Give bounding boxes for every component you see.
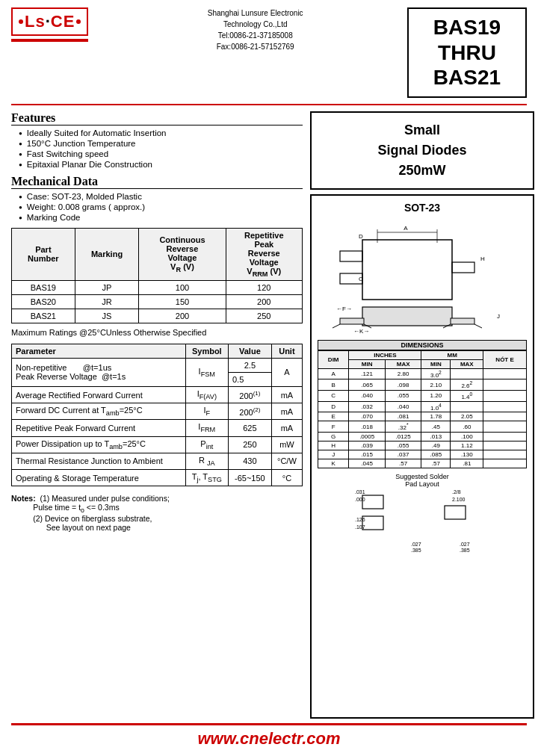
val-430: 430 xyxy=(228,453,271,469)
logo-dot-left xyxy=(19,19,23,24)
feature-item-4: Epitaxial Planar Die Construction xyxy=(19,160,303,169)
sym-ifrm: IFRM xyxy=(185,420,228,436)
solder-pad-title: Suggested SolderPad Layout xyxy=(318,473,527,488)
company-line2: Technology Co.,Ltd xyxy=(208,19,303,30)
svg-text:←K→: ←K→ xyxy=(353,328,369,335)
val-625: 625 xyxy=(228,420,271,436)
table-row: D.032.0401.04 xyxy=(318,401,527,412)
dimensions-section: DIMENSIONS DIM INCHES MM NÓT E MIN xyxy=(318,340,527,468)
table-row: Operating & Storage Temperature Tj, TSTG… xyxy=(12,469,303,486)
unit-ocw: °C/W xyxy=(271,453,302,469)
param-avg-rectified: Average Rectified Forward Current xyxy=(12,386,186,403)
svg-rect-3 xyxy=(452,262,474,273)
col-marking: Marking xyxy=(75,228,139,280)
svg-text:H: H xyxy=(480,255,485,262)
col-vrrm: RepetitivePeakReverseVoltageVRRM (V) xyxy=(226,228,302,280)
svg-text:.385: .385 xyxy=(460,548,470,553)
sym-tj-tstg: Tj, TSTG xyxy=(185,469,228,486)
sym-ifsm: IFSM xyxy=(185,358,228,386)
val-250: 250 xyxy=(228,436,271,453)
mechanical-title: Mechanical Data xyxy=(11,175,303,189)
table-row: K.045.57.57.81 xyxy=(318,459,527,468)
feature-item-1: Ideally Suited for Automatic Insertion xyxy=(19,128,303,137)
notes-section: Notes: (1) Measured under pulse conditio… xyxy=(11,494,303,532)
marking-table-section: PartNumber Marking ContinuousReverseVolt… xyxy=(11,228,303,323)
table-row: Power Dissipation up to Tamb=25°C Pint 2… xyxy=(12,436,303,453)
sym-if: IF xyxy=(185,403,228,420)
unit-mw: mW xyxy=(271,436,302,453)
col-part-number: PartNumber xyxy=(12,228,75,280)
unit-ma-1: mA xyxy=(271,386,302,403)
table-row: BAS19 JP 100 120 xyxy=(12,280,303,294)
dimensions-header: DIMENSIONS xyxy=(318,340,527,350)
table-row: Non-repetitive @t=1usPeak Reverse Voltag… xyxy=(12,358,303,372)
sym-pint: Pint xyxy=(185,436,228,453)
col-vrm: ContinuousReverseVoltageVR (V) xyxy=(139,228,226,280)
logo-area: Ls·CE xyxy=(11,7,88,43)
param-thermal: Thermal Resistance Junction to Ambient xyxy=(12,453,186,469)
table-row: Average Rectified Forward Current IF(AV)… xyxy=(12,386,303,403)
svg-rect-24 xyxy=(445,506,466,519)
sym-rja: R JA xyxy=(185,453,228,469)
col-parameter: Parameter xyxy=(12,344,186,358)
vr-150: 150 xyxy=(139,294,226,309)
mechanical-item-2: Weight: 0.008 grams ( approx.) xyxy=(19,202,303,211)
param-table: Parameter Symbol Value Unit Non-repetiti… xyxy=(11,344,303,486)
svg-text:D: D xyxy=(359,233,363,240)
part-bas19: BAS19 xyxy=(12,280,75,294)
col-mm: MM xyxy=(421,350,483,359)
svg-text:C: C xyxy=(359,276,363,282)
company-line3: Tel:0086-21-37185008 xyxy=(208,30,303,41)
notes-title: Notes: xyxy=(11,494,36,503)
page: Ls·CE Shanghai Lunsure Electronic Techno… xyxy=(0,0,538,756)
svg-rect-13 xyxy=(362,307,452,326)
table-row: C.040.0551.201.40 xyxy=(318,391,527,402)
col-dim: DIM xyxy=(318,350,349,368)
table-row: BAS21 JS 200 250 xyxy=(12,309,303,323)
marking-table: PartNumber Marking ContinuousReverseVolt… xyxy=(11,228,303,323)
col-value: Value xyxy=(228,344,271,358)
val-2_5: 2.5 xyxy=(228,358,271,372)
max-ratings-label: Maximum Ratings @25°CUnless Otherwise Sp… xyxy=(11,328,303,337)
svg-rect-0 xyxy=(362,240,452,300)
svg-rect-22 xyxy=(362,495,383,509)
table-row: Thermal Resistance Junction to Ambient R… xyxy=(12,453,303,469)
table-row: BAS20 JR 150 200 xyxy=(12,294,303,309)
main-content: Features Ideally Suited for Automatic In… xyxy=(11,111,527,719)
description-box: SmallSignal Diodes250mW xyxy=(310,111,534,190)
table-row: E.070.0811.782.05 xyxy=(318,412,527,421)
features-list: Ideally Suited for Automatic Insertion 1… xyxy=(11,128,303,169)
marking-js: JS xyxy=(75,309,139,323)
feature-item-2: 150°C Junction Temperature xyxy=(19,139,303,148)
feature-item-3: Fast Switching speed xyxy=(19,149,303,158)
logo-dot-right xyxy=(76,19,81,24)
svg-rect-23 xyxy=(362,516,383,530)
right-column: SmallSignal Diodes250mW SOT-23 xyxy=(310,111,534,719)
table-row: J.015.037.085.130 xyxy=(318,450,527,459)
table-row: G.0005.0125.013.100 xyxy=(318,433,527,441)
solder-pad-section: Suggested SolderPad Layout .031 .000 .12… xyxy=(318,473,527,555)
dimensions-table: DIM INCHES MM NÓT E MIN MAX MIN MAX xyxy=(318,350,527,468)
dim-header: DIM INCHES MM NÓT E xyxy=(318,350,527,359)
solder-pad-diagram: .031 .000 .126 .107 .2/8 2.100 .027 .385… xyxy=(347,488,497,555)
marking-jr: JR xyxy=(75,294,139,309)
table-row: F.018.32*.45.60 xyxy=(318,421,527,433)
table-row: H.039.055.491.12 xyxy=(318,441,527,450)
diagram-box: SOT-23 A xyxy=(310,194,534,719)
sym-if-av: IF(AV) xyxy=(185,386,228,403)
svg-text:←F→: ←F→ xyxy=(336,306,352,312)
unit-oc: °C xyxy=(271,469,302,486)
marking-table-header-row: PartNumber Marking ContinuousReverseVolt… xyxy=(12,228,303,280)
col-unit: Unit xyxy=(271,344,302,358)
col-inches: INCHES xyxy=(349,350,421,359)
val-temp-range: -65~150 xyxy=(228,469,271,486)
svg-text:.000: .000 xyxy=(355,497,365,502)
footer: www.cnelectr.com xyxy=(11,723,527,749)
part-title-box: BAS19THRUBAS21 xyxy=(407,7,527,98)
marking-jp: JP xyxy=(75,280,139,294)
param-non-repetitive: Non-repetitive @t=1usPeak Reverse Voltag… xyxy=(12,358,186,386)
param-fwd-dc: Forward DC Current at Tamb=25°C xyxy=(12,403,186,420)
header: Ls·CE Shanghai Lunsure Electronic Techno… xyxy=(11,7,527,105)
vrrm-250: 250 xyxy=(226,309,302,323)
svg-text:.027: .027 xyxy=(411,542,421,547)
